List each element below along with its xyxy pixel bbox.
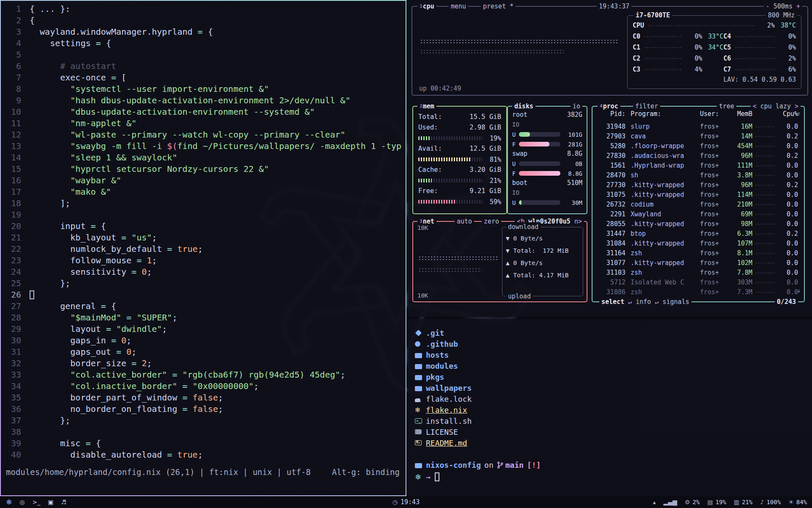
- code-line[interactable]: 26: [6, 289, 402, 301]
- code-line[interactable]: 38: [6, 426, 402, 438]
- code-line[interactable]: 34 "col.inactive_border" = "0x00000000";: [6, 381, 402, 392]
- code-line[interactable]: 10 "dbus-update-activation-environment -…: [6, 106, 402, 118]
- header-user[interactable]: User:: [700, 110, 730, 118]
- code-line[interactable]: 35 border_part_of_window = false;: [6, 392, 402, 403]
- header-program[interactable]: Program:: [631, 110, 700, 118]
- code-line[interactable]: 18 ];: [6, 198, 402, 209]
- header-memb[interactable]: MemB: [730, 110, 752, 118]
- prompt-directory: nixos-config: [426, 461, 481, 469]
- code-line[interactable]: 19: [6, 209, 402, 221]
- preset-button[interactable]: preset *: [481, 2, 516, 11]
- code-line[interactable]: 5: [6, 49, 402, 61]
- code-line[interactable]: 33 "col.active_border" = "rgb(cba6f7) rg…: [6, 369, 402, 381]
- process-row[interactable]: 27903cavafros+14M0.2: [593, 132, 804, 141]
- code-line[interactable]: 21 kb_layout = "us";: [6, 232, 402, 243]
- code-line[interactable]: 24 sensitivity = 0;: [6, 266, 402, 278]
- scroll-up-indicator[interactable]: ↑: [797, 110, 801, 117]
- code-line[interactable]: 22 numlock_by_default = true;: [6, 243, 402, 255]
- workspace-terminal-icon[interactable]: >_: [32, 499, 40, 505]
- volume-module[interactable]: ♪100%: [760, 499, 781, 505]
- process-filter-button[interactable]: filter: [633, 102, 660, 111]
- process-row[interactable]: 28055.kitty-wrappedfros+98M0.0: [593, 219, 804, 229]
- process-row[interactable]: 31164zshfros+8.1M0.0: [593, 248, 804, 258]
- network-module[interactable]: ▂▄▆: [664, 499, 677, 505]
- nix-logo-icon[interactable]: ❄: [6, 498, 12, 506]
- memory-module[interactable]: ▤19%: [707, 499, 726, 505]
- code-line[interactable]: 25 };: [6, 278, 402, 289]
- code-line[interactable]: 17 "mako &": [6, 186, 402, 198]
- disk-usage-bar: F8.8G: [512, 168, 582, 178]
- process-row[interactable]: 31447btopfros+6.3M0.2: [593, 229, 804, 239]
- menu-button[interactable]: menu: [449, 2, 468, 11]
- header-pid[interactable]: Pid:: [598, 110, 625, 118]
- code-line[interactable]: 40 disable_autoreload = true;: [6, 449, 402, 461]
- tray-expander-module[interactable]: ▴: [653, 499, 656, 505]
- core-row: C00%33°CC40%: [633, 31, 796, 42]
- net-zero-toggle[interactable]: zero: [482, 217, 501, 226]
- code-token: "sleep 1 && swaylock": [30, 152, 177, 163]
- code-line[interactable]: 13 "swaybg -m fill -i $(find ~/Pictures/…: [6, 141, 402, 152]
- process-row[interactable]: 5712Isolated Web Cfros+303M0.0: [593, 278, 804, 287]
- code-line[interactable]: 27 general = {: [6, 301, 402, 312]
- process-row[interactable]: 31103zshfros+7.8M0.0: [593, 268, 804, 278]
- clock-module[interactable]: ◷ 19:43: [392, 498, 420, 506]
- code-line[interactable]: 8 "systemctl --user import-environment &…: [6, 83, 402, 95]
- code-line[interactable]: 7 exec-once = [: [6, 72, 402, 83]
- update-interval-control[interactable]: - 500ms +: [764, 2, 802, 11]
- code-line[interactable]: 11 "nm-applet &": [6, 118, 402, 129]
- process-row[interactable]: 27830.audacious-wrafros+96M0.2: [593, 151, 804, 161]
- process-row[interactable]: 31075.kitty-wrappedfros+114M0.0: [593, 190, 804, 200]
- code-line[interactable]: 30 gaps_in = 0;: [6, 335, 402, 346]
- code-line[interactable]: 14 "sleep 1 && swaylock": [6, 152, 402, 163]
- process-tree-toggle[interactable]: tree: [717, 102, 736, 111]
- code-line[interactable]: 36 no_border_on_floating = false;: [6, 403, 402, 415]
- disks-io-toggle[interactable]: io: [571, 102, 582, 111]
- power-icon[interactable]: ◎: [19, 499, 25, 505]
- process-row[interactable]: 31948slurpfros+16M0.0: [593, 122, 804, 132]
- code-line[interactable]: 12 "wl-paste --primary --watch wl-copy -…: [6, 129, 402, 141]
- code-line[interactable]: 37 };: [6, 415, 402, 426]
- code-token: =: [182, 392, 187, 403]
- code-line[interactable]: 1{ ... }:: [6, 3, 402, 15]
- process-row[interactable]: 31084.kitty-wrappedfros+107M0.0: [593, 239, 804, 248]
- process-row[interactable]: 27730.kitty-wrappedfros+96M0.2: [593, 180, 804, 190]
- code-line[interactable]: 28 "$mainMod" = "SUPER";: [6, 312, 402, 323]
- workspace-music-icon[interactable]: ♬: [61, 499, 66, 505]
- code-line[interactable]: 6 # autostart: [6, 61, 402, 72]
- code-line[interactable]: 32 border_size = 2;: [6, 358, 402, 369]
- code-line[interactable]: 3 wayland.windowManager.hyprland = {: [6, 26, 402, 38]
- file-name: hosts: [426, 351, 449, 359]
- code-line[interactable]: 16 "waybar &": [6, 175, 402, 186]
- header-cpu[interactable]: Cpu%: [779, 110, 798, 118]
- code-line[interactable]: 29 layout = "dwindle";: [6, 323, 402, 335]
- process-row[interactable]: 1561.Hyprland-wrapfros+111M0.0: [593, 161, 804, 171]
- code-line[interactable]: 2{: [6, 15, 402, 26]
- code-line[interactable]: 15 "hyprctl setcursor Nordzy-cursors 22 …: [6, 163, 402, 175]
- code-line[interactable]: 23 follow_mouse = 1;: [6, 255, 402, 266]
- prompt-arrow-icon: →: [426, 472, 431, 481]
- process-row[interactable]: 31077.kitty-wrappedfros+102M0.0: [593, 258, 804, 268]
- cpu-box-title: 1cpu: [417, 2, 436, 11]
- file-list-item: modules: [415, 360, 805, 371]
- code-token: "0x00000000": [192, 381, 254, 392]
- workspace-display-icon[interactable]: ▣: [48, 499, 53, 505]
- code-line[interactable]: 31 gaps_out = 0;: [6, 346, 402, 358]
- process-sort-control[interactable]: < cpu lazy >: [751, 102, 801, 111]
- process-row[interactable]: 28470shfros+3.8M0.0: [593, 171, 804, 180]
- net-auto-toggle[interactable]: auto: [455, 217, 474, 226]
- brightness-module[interactable]: ☀84%: [788, 499, 807, 505]
- shell-input-line[interactable]: ❄ →: [415, 471, 805, 482]
- code-line[interactable]: 9 "hash dbus-update-activation-environme…: [6, 95, 402, 106]
- cpu-module[interactable]: ⚙2%: [685, 499, 700, 505]
- process-row[interactable]: 5280.floorp-wrappefros+454M0.0: [593, 141, 804, 151]
- code-line[interactable]: 39 misc = {: [6, 438, 402, 449]
- disk-module[interactable]: ▥21%: [734, 499, 753, 505]
- process-footer-actions[interactable]: select ↵ info ↵ signals: [599, 297, 691, 306]
- cpu-value: 2%: [693, 499, 700, 505]
- process-row[interactable]: 26732codiumfros+210M0.0: [593, 200, 804, 210]
- process-row[interactable]: 31086zshfros+7.3M0.0: [593, 287, 804, 297]
- code-token: 2: [137, 358, 147, 369]
- code-line[interactable]: 20 input = {: [6, 221, 402, 232]
- code-line[interactable]: 4 settings = {: [6, 38, 402, 49]
- process-row[interactable]: 2291Xwaylandfros+69M0.0: [593, 210, 804, 219]
